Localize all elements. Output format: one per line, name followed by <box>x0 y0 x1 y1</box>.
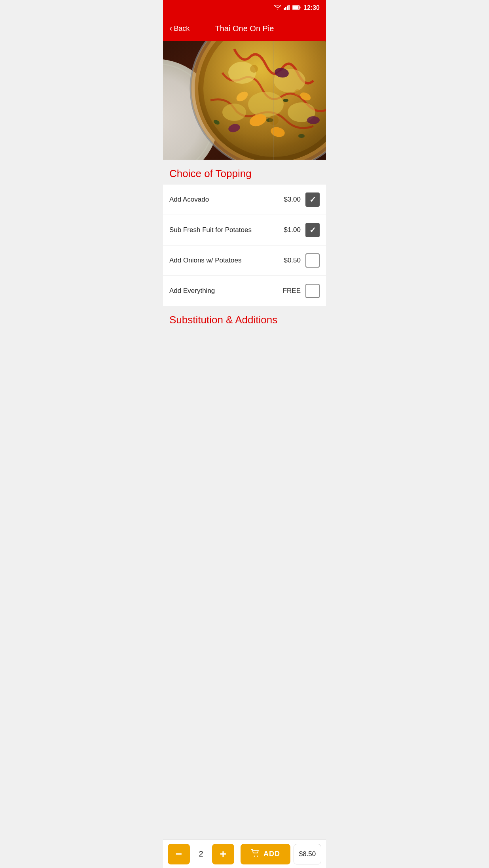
app-header: ‹ Back Thai One On Pie <box>163 16 326 41</box>
svg-rect-6 <box>293 6 299 9</box>
svg-point-28 <box>283 99 288 102</box>
topping-section-title: Choice of Topping <box>169 168 320 180</box>
topping-right-onions: $0.50 <box>279 253 320 268</box>
wifi-icon <box>274 5 281 11</box>
signal-icon <box>284 5 290 11</box>
topping-item-acovado: Add Acovado $3.00 <box>163 185 326 215</box>
status-bar: 12:30 <box>163 0 326 16</box>
topping-price-fresh-fruit: $1.00 <box>279 226 301 234</box>
toppings-list: Add Acovado $3.00 Sub Fresh Fuit for Pot… <box>163 185 326 306</box>
svg-rect-0 <box>284 8 285 10</box>
topping-name-fresh-fruit: Sub Fresh Fuit for Potatoes <box>169 226 279 234</box>
topping-right-fresh-fruit: $1.00 <box>279 223 320 237</box>
topping-checkbox-fresh-fruit[interactable] <box>305 223 320 237</box>
svg-point-31 <box>250 65 258 73</box>
back-label: Back <box>174 25 190 33</box>
topping-checkbox-acovado[interactable] <box>305 192 320 207</box>
topping-name-everything: Add Everything <box>169 287 279 295</box>
topping-name-acovado: Add Acovado <box>169 196 279 204</box>
status-icons: 12:30 <box>274 4 320 11</box>
topping-price-onions: $0.50 <box>279 257 301 264</box>
topping-checkbox-onions[interactable] <box>305 253 320 268</box>
pizza-image <box>163 41 326 160</box>
topping-price-acovado: $3.00 <box>279 196 301 204</box>
topping-right-acovado: $3.00 <box>279 192 320 207</box>
svg-rect-3 <box>288 5 290 10</box>
topping-item-fresh-fruit: Sub Fresh Fuit for Potatoes $1.00 <box>163 215 326 245</box>
pizza-illustration <box>163 41 326 160</box>
topping-item-everything: Add Everything FREE <box>163 276 326 306</box>
page-title: Thai One On Pie <box>215 24 274 33</box>
topping-right-everything: FREE <box>279 284 320 298</box>
status-time: 12:30 <box>303 4 320 11</box>
topping-item-onions: Add Onions w/ Potatoes $0.50 <box>163 245 326 276</box>
topping-section-header: Choice of Topping <box>163 160 326 185</box>
svg-point-26 <box>307 116 320 124</box>
svg-point-30 <box>298 134 305 138</box>
topping-price-everything: FREE <box>279 287 301 295</box>
svg-rect-1 <box>285 7 286 10</box>
topping-name-onions: Add Onions w/ Potatoes <box>169 257 279 264</box>
svg-point-15 <box>228 62 256 84</box>
battery-icon <box>292 5 301 11</box>
back-chevron-icon: ‹ <box>169 23 172 34</box>
back-button[interactable]: ‹ Back <box>169 23 190 34</box>
content-area: Choice of Topping Add Acovado $3.00 Sub … <box>163 160 326 362</box>
svg-point-32 <box>294 89 301 96</box>
svg-rect-5 <box>300 7 301 9</box>
svg-point-19 <box>222 104 246 121</box>
substitution-section-title: Substitution & Additions <box>169 314 320 326</box>
substitution-section-header: Substitution & Additions <box>163 306 326 331</box>
svg-rect-2 <box>287 6 288 10</box>
svg-point-17 <box>248 92 284 117</box>
topping-checkbox-everything[interactable] <box>305 284 320 298</box>
